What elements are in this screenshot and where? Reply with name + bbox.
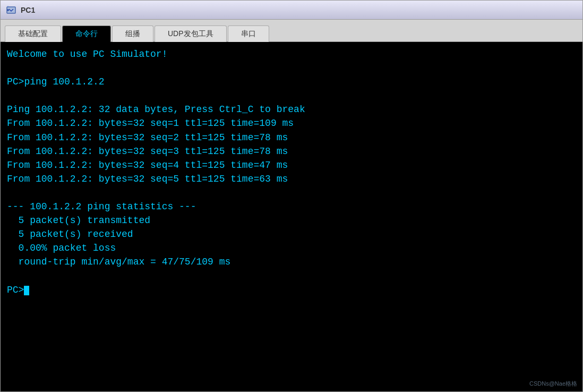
window-title: PC1 (21, 6, 35, 14)
tab-jichupeizhui[interactable]: 基础配置 (5, 25, 61, 42)
title-bar: PC1 (1, 1, 582, 20)
main-window: PC1 基础配置 命令行 组播 UDP发包工具 串口 Welcome to us… (0, 0, 583, 392)
tab-zubuo[interactable]: 组播 (112, 25, 153, 42)
svg-point-1 (7, 9, 9, 11)
terminal-text: Welcome to use PC Simulator! PC>ping 100… (7, 47, 576, 297)
watermark: CSDNs@Nae格格 (529, 380, 577, 388)
window-icon (6, 5, 16, 15)
terminal-output[interactable]: Welcome to use PC Simulator! PC>ping 100… (1, 42, 582, 391)
terminal-cursor (24, 286, 29, 295)
tab-bar: 基础配置 命令行 组播 UDP发包工具 串口 (1, 20, 582, 42)
tab-minglinghang[interactable]: 命令行 (62, 25, 111, 42)
tab-udp[interactable]: UDP发包工具 (155, 25, 227, 42)
tab-chuankou[interactable]: 串口 (228, 25, 269, 42)
